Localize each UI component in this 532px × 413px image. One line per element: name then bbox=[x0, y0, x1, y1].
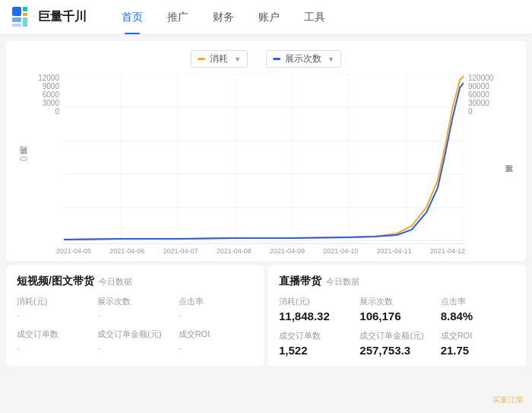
metric-sv-roi: 成交ROI - bbox=[179, 329, 253, 354]
logo: 巨量千川 bbox=[12, 7, 87, 28]
svg-rect-5 bbox=[23, 17, 27, 27]
metric-live-ctr: 点击率 8.84% bbox=[441, 296, 515, 322]
card-short-video: 短视频/图文带货 今日数据 消耗(元) - 展示次数 - 点击率 - 成交订单数… bbox=[6, 265, 264, 366]
legend-item-impressions[interactable]: 展示次数 ▼ bbox=[266, 50, 341, 68]
svg-rect-2 bbox=[23, 13, 27, 16]
legend-label-spend: 消耗 bbox=[210, 52, 228, 65]
metric-live-order-amount: 成交订单金额(元) 257,753.3 bbox=[359, 330, 434, 357]
card-short-video-header: 短视频/图文带货 今日数据 bbox=[17, 275, 253, 288]
x-label-0412: 2021-04-12 bbox=[430, 247, 465, 255]
metric-sv-spend-value: - bbox=[17, 310, 91, 321]
metric-sv-impressions-label: 展示次数 bbox=[97, 296, 172, 307]
y-left-0: 0 bbox=[55, 107, 59, 116]
metric-sv-roi-label: 成交ROI bbox=[179, 329, 253, 340]
metric-live-spend-label: 消耗(元) bbox=[279, 296, 353, 307]
watermark: 买量江湖 bbox=[492, 395, 523, 405]
metric-live-spend: 消耗(元) 11,848.32 bbox=[279, 296, 353, 322]
svg-rect-4 bbox=[12, 24, 21, 27]
y-right-0: 0 bbox=[468, 107, 473, 116]
x-label-0410: 2021-04-10 bbox=[323, 247, 358, 255]
chart-area bbox=[64, 74, 464, 244]
metric-sv-orders-label: 成交订单数 bbox=[17, 329, 91, 340]
y-left-6000: 6000 bbox=[43, 91, 59, 99]
metric-sv-order-amount-value: - bbox=[97, 342, 172, 354]
nav-item-home[interactable]: 首页 bbox=[109, 0, 155, 34]
card-live: 直播带货 今日数据 消耗(元) 11,848.32 展示次数 106,176 点… bbox=[268, 265, 526, 366]
nav-item-account[interactable]: 账户 bbox=[246, 0, 292, 34]
x-label-0406: 2021-04-06 bbox=[109, 247, 144, 255]
x-label-0407: 2021-04-07 bbox=[163, 247, 198, 255]
metric-live-impressions-value: 106,176 bbox=[359, 310, 434, 322]
y-axis-left-label: 消耗(元) bbox=[18, 83, 29, 235]
chart-legend: 消耗 ▼ 展示次数 ▼ bbox=[18, 50, 514, 68]
chart-container: 消耗 ▼ 展示次数 ▼ 消耗(元) 12000 9000 6000 3000 0 bbox=[6, 41, 526, 261]
legend-dot-orange bbox=[198, 58, 205, 60]
y-axis-right-label: 展示次数 bbox=[503, 83, 514, 235]
metric-sv-spend-label: 消耗(元) bbox=[17, 296, 91, 307]
header: 巨量千川 首页 推广 财务 账户 工具 bbox=[0, 0, 532, 35]
nav: 首页 推广 财务 账户 工具 bbox=[109, 0, 337, 34]
card-short-video-metrics: 消耗(元) - 展示次数 - 点击率 - 成交订单数 - 成交订单金额(元) -… bbox=[17, 296, 253, 354]
metric-sv-ctr: 点击率 - bbox=[179, 296, 253, 321]
metric-live-roi: 成交ROI 21.75 bbox=[441, 330, 515, 357]
nav-item-finance[interactable]: 财务 bbox=[201, 0, 246, 34]
metric-live-spend-value: 11,848.32 bbox=[279, 310, 353, 322]
metric-live-orders-label: 成交订单数 bbox=[279, 330, 353, 342]
nav-item-promotion[interactable]: 推广 bbox=[155, 0, 201, 34]
card-live-subtitle: 今日数据 bbox=[326, 276, 359, 288]
logo-icon bbox=[12, 7, 33, 28]
card-short-video-title: 短视频/图文带货 bbox=[17, 275, 94, 288]
svg-rect-0 bbox=[12, 7, 21, 16]
y-left-12000: 12000 bbox=[38, 74, 59, 82]
x-axis: 2021-04-05 2021-04-06 2021-04-07 2021-04… bbox=[18, 244, 514, 255]
x-label-0411: 2021-04-11 bbox=[377, 247, 412, 255]
nav-item-tools[interactable]: 工具 bbox=[292, 0, 337, 34]
metric-live-roi-value: 21.75 bbox=[441, 344, 515, 357]
metric-sv-impressions: 展示次数 - bbox=[97, 296, 172, 321]
metric-sv-orders-value: - bbox=[17, 342, 91, 354]
metric-live-order-amount-value: 257,753.3 bbox=[359, 344, 434, 357]
metric-live-ctr-value: 8.84% bbox=[441, 310, 515, 322]
metric-live-roi-label: 成交ROI bbox=[441, 330, 515, 342]
metric-sv-orders: 成交订单数 - bbox=[17, 329, 91, 354]
y-left-3000: 3000 bbox=[43, 99, 59, 107]
y-left-9000: 9000 bbox=[43, 82, 59, 91]
x-label-0405: 2021-04-05 bbox=[56, 247, 91, 255]
chart-svg bbox=[64, 74, 464, 241]
y-right-30000: 30000 bbox=[468, 99, 489, 107]
legend-arrow-spend: ▼ bbox=[234, 56, 241, 63]
legend-dot-blue bbox=[273, 58, 280, 60]
legend-label-impressions: 展示次数 bbox=[285, 52, 321, 65]
card-short-video-subtitle: 今日数据 bbox=[99, 276, 132, 288]
svg-rect-1 bbox=[23, 7, 27, 11]
cards-row: 短视频/图文带货 今日数据 消耗(元) - 展示次数 - 点击率 - 成交订单数… bbox=[0, 265, 532, 372]
metric-sv-order-amount-label: 成交订单金额(元) bbox=[97, 329, 172, 340]
logo-text: 巨量千川 bbox=[38, 9, 87, 25]
card-live-metrics: 消耗(元) 11,848.32 展示次数 106,176 点击率 8.84% 成… bbox=[279, 296, 515, 357]
metric-live-orders: 成交订单数 1,522 bbox=[279, 330, 353, 357]
y-axis-left: 12000 9000 6000 3000 0 bbox=[30, 74, 64, 116]
legend-item-spend[interactable]: 消耗 ▼ bbox=[191, 50, 248, 68]
y-right-90000: 90000 bbox=[468, 82, 489, 91]
legend-arrow-impressions: ▼ bbox=[328, 56, 334, 63]
x-label-0409: 2021-04-09 bbox=[270, 247, 305, 255]
metric-sv-roi-value: - bbox=[179, 342, 253, 354]
metric-live-impressions: 展示次数 106,176 bbox=[359, 296, 434, 322]
x-label-0408: 2021-04-08 bbox=[217, 247, 252, 255]
metric-sv-ctr-value: - bbox=[179, 310, 253, 321]
metric-sv-ctr-label: 点击率 bbox=[179, 296, 253, 307]
y-right-120000: 120000 bbox=[468, 74, 493, 82]
metric-live-order-amount-label: 成交订单金额(元) bbox=[359, 330, 434, 342]
metric-live-ctr-label: 点击率 bbox=[441, 296, 515, 307]
metric-live-impressions-label: 展示次数 bbox=[359, 296, 434, 307]
card-live-title: 直播带货 bbox=[279, 275, 321, 288]
metric-sv-spend: 消耗(元) - bbox=[17, 296, 91, 321]
card-live-header: 直播带货 今日数据 bbox=[279, 275, 515, 288]
metric-live-orders-value: 1,522 bbox=[279, 344, 353, 357]
y-axis-right: 120000 90000 60000 30000 0 bbox=[464, 74, 502, 116]
svg-rect-3 bbox=[12, 17, 21, 22]
y-right-60000: 60000 bbox=[468, 91, 489, 99]
metric-sv-order-amount: 成交订单金额(元) - bbox=[97, 329, 172, 354]
metric-sv-impressions-value: - bbox=[97, 310, 172, 321]
